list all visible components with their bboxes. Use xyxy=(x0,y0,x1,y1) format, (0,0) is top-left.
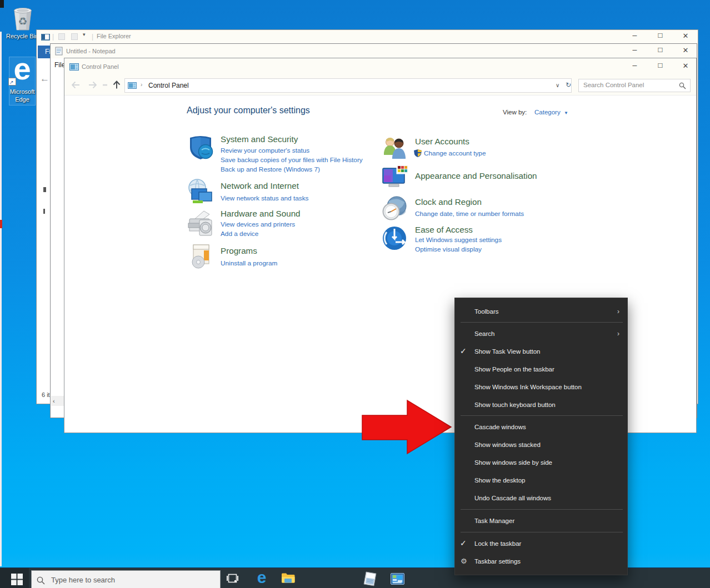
svg-text:♻: ♻ xyxy=(18,16,27,27)
